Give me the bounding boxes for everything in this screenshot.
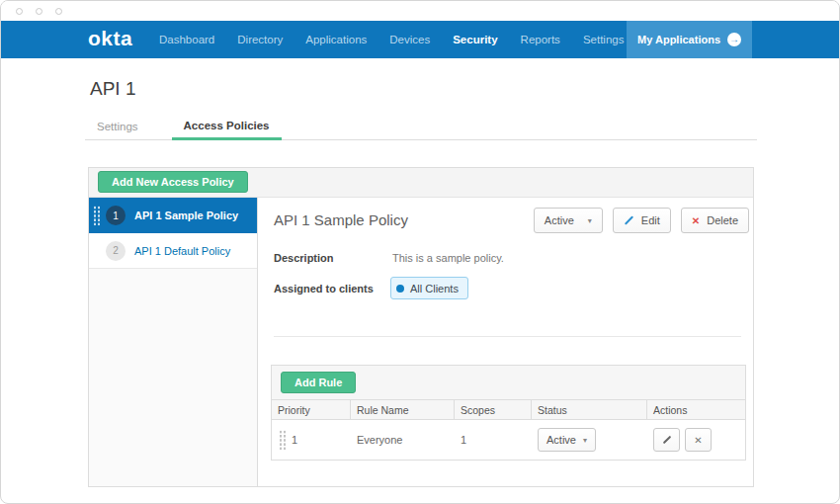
drag-handle-icon[interactable] bbox=[93, 206, 101, 226]
rule-actions-cell: ✕ bbox=[647, 420, 745, 460]
add-new-access-policy-button[interactable]: Add New Access Policy bbox=[98, 171, 248, 193]
x-icon: ✕ bbox=[692, 215, 700, 226]
rule-status-value: Active bbox=[546, 434, 576, 446]
edit-policy-button[interactable]: Edit bbox=[613, 208, 671, 233]
chevron-down-icon: ▾ bbox=[588, 216, 592, 225]
all-clients-label: All Clients bbox=[410, 283, 459, 294]
top-navbar: okta Dashboard Directory Applications De… bbox=[1, 21, 839, 58]
policy-status-value: Active bbox=[545, 214, 574, 226]
pencil-icon bbox=[662, 436, 670, 444]
okta-logo[interactable]: okta bbox=[88, 27, 132, 50]
delete-rule-button[interactable]: ✕ bbox=[685, 428, 712, 452]
window-minimize-button[interactable] bbox=[36, 8, 42, 15]
tab-access-policies[interactable]: Access Policies bbox=[172, 113, 282, 140]
description-value: This is a sample policy. bbox=[392, 252, 504, 264]
header-status: Status bbox=[532, 400, 647, 419]
chevron-down-icon: ▾ bbox=[583, 436, 587, 445]
nav-item-dashboard[interactable]: Dashboard bbox=[159, 34, 214, 45]
rules-section: Add Rule Priority Rule Name Scopes Statu… bbox=[271, 365, 746, 461]
rule-row: 1 Everyone 1 Active ▾ bbox=[272, 420, 745, 460]
edit-rule-button[interactable] bbox=[653, 428, 680, 452]
delete-label: Delete bbox=[707, 214, 738, 226]
policy-status-dropdown[interactable]: Active ▾ bbox=[534, 208, 603, 233]
nav-item-applications[interactable]: Applications bbox=[305, 34, 367, 45]
rules-table: Priority Rule Name Scopes Status Actions… bbox=[272, 399, 745, 460]
policy-name: API 1 Sample Policy bbox=[134, 210, 238, 221]
browser-window: okta Dashboard Directory Applications De… bbox=[0, 0, 840, 504]
drag-handle-icon[interactable] bbox=[279, 430, 287, 450]
rule-scopes-cell: 1 bbox=[455, 420, 532, 460]
policy-number-badge: 2 bbox=[106, 241, 126, 261]
clients-circle-icon bbox=[396, 285, 404, 293]
edit-label: Edit bbox=[641, 214, 660, 226]
pencil-icon bbox=[625, 215, 633, 224]
nav-menu: Dashboard Directory Applications Devices… bbox=[159, 21, 624, 58]
all-clients-chip: All Clients bbox=[390, 277, 468, 299]
rule-status-cell: Active ▾ bbox=[532, 420, 647, 460]
header-scopes: Scopes bbox=[455, 400, 532, 419]
policy-actions: Active ▾ Edit ✕ Delete bbox=[534, 208, 749, 233]
page-title: API 1 bbox=[90, 78, 135, 100]
header-priority: Priority bbox=[272, 400, 351, 419]
window-close-button[interactable] bbox=[16, 8, 23, 15]
delete-policy-button[interactable]: ✕ Delete bbox=[681, 208, 749, 233]
tab-bar: Settings Access Policies bbox=[85, 113, 757, 140]
x-icon: ✕ bbox=[694, 435, 702, 446]
header-actions: Actions bbox=[647, 400, 745, 419]
rule-name-cell: Everyone bbox=[351, 420, 455, 460]
access-policies-panel: Add New Access Policy 1 API 1 Sample Pol… bbox=[88, 167, 754, 487]
add-rule-button[interactable]: Add Rule bbox=[281, 372, 356, 393]
policy-list-item-sample[interactable]: 1 API 1 Sample Policy bbox=[89, 198, 257, 233]
nav-item-security[interactable]: Security bbox=[453, 34, 497, 45]
policy-list-item-default[interactable]: 2 API 1 Default Policy bbox=[89, 233, 257, 269]
my-applications-button[interactable]: My Applications → bbox=[627, 21, 752, 58]
nav-item-reports[interactable]: Reports bbox=[521, 34, 560, 45]
panel-toolbar: Add New Access Policy bbox=[89, 168, 753, 198]
policy-number-badge: 1 bbox=[106, 206, 126, 225]
window-titlebar bbox=[1, 1, 839, 21]
window-maximize-button[interactable] bbox=[55, 8, 62, 15]
rules-table-header: Priority Rule Name Scopes Status Actions bbox=[272, 399, 745, 420]
header-rule-name: Rule Name bbox=[351, 400, 455, 419]
tab-settings[interactable]: Settings bbox=[85, 113, 150, 140]
policy-name: API 1 Default Policy bbox=[134, 245, 230, 257]
rule-status-dropdown[interactable]: Active ▾ bbox=[538, 428, 596, 452]
rule-priority-cell: 1 bbox=[272, 420, 351, 460]
policy-detail-title: API 1 Sample Policy bbox=[274, 211, 408, 228]
rule-priority: 1 bbox=[292, 434, 297, 446]
my-applications-label: My Applications bbox=[637, 34, 720, 45]
nav-item-directory[interactable]: Directory bbox=[237, 34, 283, 45]
policy-list: 1 API 1 Sample Policy 2 API 1 Default Po… bbox=[89, 198, 258, 486]
arrow-right-icon: → bbox=[727, 33, 741, 46]
nav-item-settings[interactable]: Settings bbox=[583, 34, 625, 45]
section-divider bbox=[274, 336, 741, 337]
nav-item-devices[interactable]: Devices bbox=[389, 34, 430, 45]
assigned-to-clients-label: Assigned to clients bbox=[274, 283, 374, 294]
description-label: Description bbox=[274, 252, 334, 264]
